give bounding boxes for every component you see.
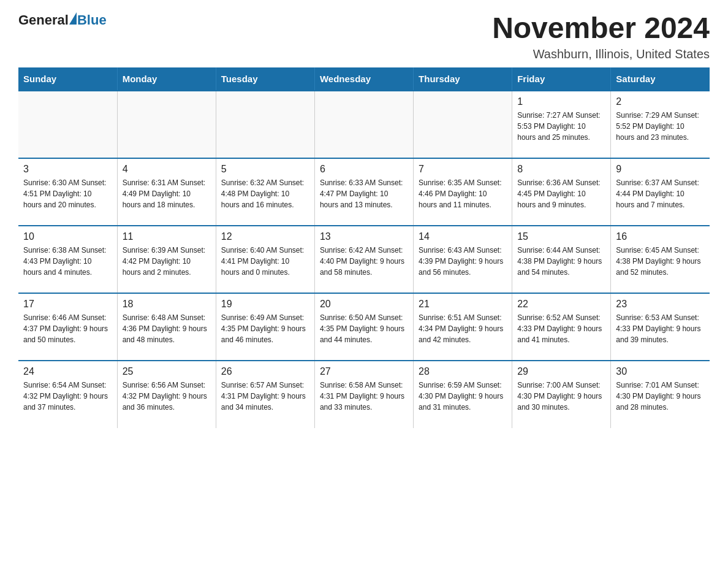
logo: General Blue xyxy=(18,12,107,28)
calendar-location: Washburn, Illinois, United States xyxy=(492,47,710,61)
day-number: 1 xyxy=(517,96,605,107)
calendar-cell: 7Sunrise: 6:35 AM Sunset: 4:46 PM Daylig… xyxy=(414,158,512,226)
day-info: Sunrise: 6:49 AM Sunset: 4:35 PM Dayligh… xyxy=(221,312,309,345)
day-number: 22 xyxy=(517,299,605,310)
calendar-cell xyxy=(414,91,512,158)
calendar-title: November 2024 xyxy=(492,12,710,45)
weekday-header-wednesday: Wednesday xyxy=(314,67,413,91)
day-info: Sunrise: 6:37 AM Sunset: 4:44 PM Dayligh… xyxy=(616,177,705,210)
calendar-cell: 13Sunrise: 6:42 AM Sunset: 4:40 PM Dayli… xyxy=(314,226,413,293)
day-number: 4 xyxy=(123,164,211,175)
calendar-cell: 26Sunrise: 6:57 AM Sunset: 4:31 PM Dayli… xyxy=(216,361,314,428)
day-number: 14 xyxy=(419,231,507,242)
calendar-cell xyxy=(216,91,314,158)
day-number: 19 xyxy=(221,299,309,310)
day-number: 15 xyxy=(517,231,605,242)
calendar-week-row: 3Sunrise: 6:30 AM Sunset: 4:51 PM Daylig… xyxy=(18,158,710,226)
logo-blue: Blue xyxy=(77,12,107,28)
day-info: Sunrise: 6:52 AM Sunset: 4:33 PM Dayligh… xyxy=(517,312,605,345)
weekday-header-tuesday: Tuesday xyxy=(216,67,314,91)
day-info: Sunrise: 6:43 AM Sunset: 4:39 PM Dayligh… xyxy=(419,245,507,278)
page-header: General Blue November 2024 Washburn, Ill… xyxy=(18,12,710,61)
day-number: 7 xyxy=(419,164,507,175)
day-info: Sunrise: 6:32 AM Sunset: 4:48 PM Dayligh… xyxy=(221,177,309,210)
calendar-week-row: 10Sunrise: 6:38 AM Sunset: 4:43 PM Dayli… xyxy=(18,226,710,293)
day-number: 12 xyxy=(221,231,309,242)
calendar-cell: 30Sunrise: 7:01 AM Sunset: 4:30 PM Dayli… xyxy=(611,361,710,428)
day-number: 10 xyxy=(23,231,112,242)
day-number: 3 xyxy=(23,164,112,175)
day-info: Sunrise: 6:35 AM Sunset: 4:46 PM Dayligh… xyxy=(419,177,507,210)
calendar-cell: 6Sunrise: 6:33 AM Sunset: 4:47 PM Daylig… xyxy=(314,158,413,226)
calendar-cell: 25Sunrise: 6:56 AM Sunset: 4:32 PM Dayli… xyxy=(117,361,216,428)
weekday-header-friday: Friday xyxy=(512,67,611,91)
calendar-cell: 12Sunrise: 6:40 AM Sunset: 4:41 PM Dayli… xyxy=(216,226,314,293)
calendar-cell: 3Sunrise: 6:30 AM Sunset: 4:51 PM Daylig… xyxy=(18,158,117,226)
calendar-cell: 1Sunrise: 7:27 AM Sunset: 5:53 PM Daylig… xyxy=(512,91,611,158)
calendar-cell: 2Sunrise: 7:29 AM Sunset: 5:52 PM Daylig… xyxy=(611,91,710,158)
day-number: 25 xyxy=(123,366,211,377)
calendar-cell: 28Sunrise: 6:59 AM Sunset: 4:30 PM Dayli… xyxy=(414,361,512,428)
day-number: 2 xyxy=(616,96,705,107)
day-number: 17 xyxy=(23,299,112,310)
day-info: Sunrise: 6:42 AM Sunset: 4:40 PM Dayligh… xyxy=(320,245,408,278)
weekday-header-thursday: Thursday xyxy=(414,67,512,91)
day-info: Sunrise: 6:30 AM Sunset: 4:51 PM Dayligh… xyxy=(23,177,112,210)
calendar-cell: 22Sunrise: 6:52 AM Sunset: 4:33 PM Dayli… xyxy=(512,293,611,361)
day-info: Sunrise: 7:29 AM Sunset: 5:52 PM Dayligh… xyxy=(616,110,705,143)
calendar-cell: 9Sunrise: 6:37 AM Sunset: 4:44 PM Daylig… xyxy=(611,158,710,226)
calendar-cell: 5Sunrise: 6:32 AM Sunset: 4:48 PM Daylig… xyxy=(216,158,314,226)
day-info: Sunrise: 6:53 AM Sunset: 4:33 PM Dayligh… xyxy=(616,312,705,345)
weekday-header-saturday: Saturday xyxy=(611,67,710,91)
calendar-cell: 24Sunrise: 6:54 AM Sunset: 4:32 PM Dayli… xyxy=(18,361,117,428)
calendar-cell xyxy=(117,91,216,158)
calendar-cell: 16Sunrise: 6:45 AM Sunset: 4:38 PM Dayli… xyxy=(611,226,710,293)
day-number: 18 xyxy=(123,299,211,310)
day-info: Sunrise: 6:50 AM Sunset: 4:35 PM Dayligh… xyxy=(320,312,408,345)
day-info: Sunrise: 6:44 AM Sunset: 4:38 PM Dayligh… xyxy=(517,245,605,278)
calendar-cell: 18Sunrise: 6:48 AM Sunset: 4:36 PM Dayli… xyxy=(117,293,216,361)
day-info: Sunrise: 6:59 AM Sunset: 4:30 PM Dayligh… xyxy=(419,380,507,413)
calendar-cell xyxy=(18,91,117,158)
day-info: Sunrise: 6:57 AM Sunset: 4:31 PM Dayligh… xyxy=(221,380,309,413)
calendar-cell: 29Sunrise: 7:00 AM Sunset: 4:30 PM Dayli… xyxy=(512,361,611,428)
calendar-cell: 10Sunrise: 6:38 AM Sunset: 4:43 PM Dayli… xyxy=(18,226,117,293)
calendar-cell: 11Sunrise: 6:39 AM Sunset: 4:42 PM Dayli… xyxy=(117,226,216,293)
calendar-cell: 8Sunrise: 6:36 AM Sunset: 4:45 PM Daylig… xyxy=(512,158,611,226)
logo-area: General Blue xyxy=(18,12,107,28)
day-info: Sunrise: 7:01 AM Sunset: 4:30 PM Dayligh… xyxy=(616,380,705,413)
day-number: 8 xyxy=(517,164,605,175)
calendar-cell: 17Sunrise: 6:46 AM Sunset: 4:37 PM Dayli… xyxy=(18,293,117,361)
logo-triangle-icon xyxy=(69,12,77,25)
day-number: 11 xyxy=(123,231,211,242)
day-number: 27 xyxy=(320,366,408,377)
calendar-week-row: 24Sunrise: 6:54 AM Sunset: 4:32 PM Dayli… xyxy=(18,361,710,428)
calendar-cell: 4Sunrise: 6:31 AM Sunset: 4:49 PM Daylig… xyxy=(117,158,216,226)
calendar-week-row: 17Sunrise: 6:46 AM Sunset: 4:37 PM Dayli… xyxy=(18,293,710,361)
day-info: Sunrise: 6:45 AM Sunset: 4:38 PM Dayligh… xyxy=(616,245,705,278)
day-number: 24 xyxy=(23,366,112,377)
calendar-table: SundayMondayTuesdayWednesdayThursdayFrid… xyxy=(18,67,710,428)
day-number: 21 xyxy=(419,299,507,310)
calendar-cell: 15Sunrise: 6:44 AM Sunset: 4:38 PM Dayli… xyxy=(512,226,611,293)
day-number: 16 xyxy=(616,231,705,242)
day-info: Sunrise: 6:51 AM Sunset: 4:34 PM Dayligh… xyxy=(419,312,507,345)
day-info: Sunrise: 6:38 AM Sunset: 4:43 PM Dayligh… xyxy=(23,245,112,278)
day-number: 13 xyxy=(320,231,408,242)
day-info: Sunrise: 6:39 AM Sunset: 4:42 PM Dayligh… xyxy=(123,245,211,278)
weekday-header-sunday: Sunday xyxy=(18,67,117,91)
calendar-cell: 23Sunrise: 6:53 AM Sunset: 4:33 PM Dayli… xyxy=(611,293,710,361)
day-number: 29 xyxy=(517,366,605,377)
day-info: Sunrise: 6:33 AM Sunset: 4:47 PM Dayligh… xyxy=(320,177,408,210)
logo-general: General xyxy=(18,12,69,28)
title-area: November 2024 Washburn, Illinois, United… xyxy=(492,12,710,61)
day-number: 30 xyxy=(616,366,705,377)
calendar-cell: 20Sunrise: 6:50 AM Sunset: 4:35 PM Dayli… xyxy=(314,293,413,361)
day-number: 26 xyxy=(221,366,309,377)
calendar-week-row: 1Sunrise: 7:27 AM Sunset: 5:53 PM Daylig… xyxy=(18,91,710,158)
day-number: 23 xyxy=(616,299,705,310)
day-info: Sunrise: 6:40 AM Sunset: 4:41 PM Dayligh… xyxy=(221,245,309,278)
day-info: Sunrise: 6:48 AM Sunset: 4:36 PM Dayligh… xyxy=(123,312,211,345)
weekday-header-monday: Monday xyxy=(117,67,216,91)
day-info: Sunrise: 6:56 AM Sunset: 4:32 PM Dayligh… xyxy=(123,380,211,413)
